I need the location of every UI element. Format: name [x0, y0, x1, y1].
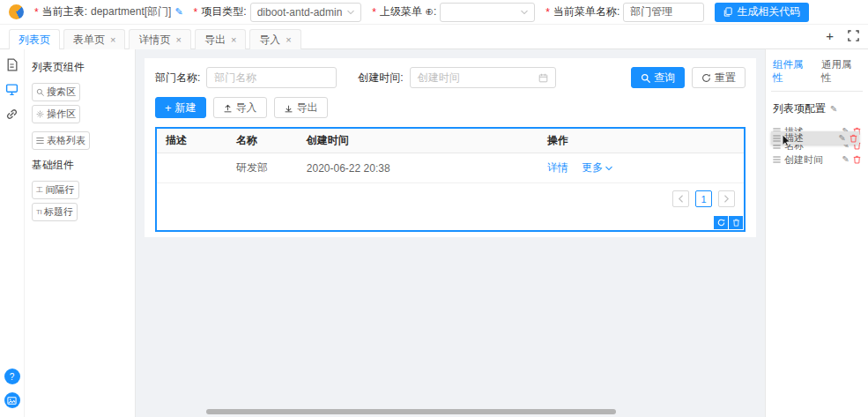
chip-label: 表格列表 [47, 134, 85, 147]
add-tab-button[interactable]: + [826, 29, 834, 42]
detail-link[interactable]: 详情 [547, 160, 568, 175]
tab-label: 列表页 [19, 33, 50, 48]
delete-component-button[interactable] [729, 216, 743, 229]
current-table-label: 当前主表: [42, 4, 87, 19]
column-header: 操作 [538, 129, 744, 153]
required-mark: * [545, 6, 550, 19]
question-icon: ? [10, 372, 15, 382]
link-icon[interactable] [5, 108, 19, 121]
menu-name-input[interactable] [623, 3, 704, 22]
create-time-picker[interactable]: 创建时间 [410, 67, 556, 88]
search-buttons: 查询 重置 [631, 67, 746, 88]
project-type-label: 项目类型: [201, 4, 246, 19]
page-number[interactable]: 1 [695, 190, 712, 207]
import-button[interactable]: 导入 [213, 97, 267, 118]
project-type-value: diboot-antd-admin [257, 6, 343, 19]
fullscreen-icon[interactable] [848, 30, 859, 41]
trash-icon[interactable] [853, 155, 861, 164]
image-button[interactable] [4, 392, 20, 408]
tab-list-page[interactable]: 列表页 [9, 29, 60, 49]
tab-common-props[interactable]: 通用属性 [821, 58, 861, 85]
search-icon [36, 88, 44, 96]
horizontal-scrollbar[interactable] [206, 409, 616, 414]
drag-ghost-item[interactable]: 描述 ✎ [771, 131, 859, 145]
download-icon [284, 103, 293, 113]
table-header-row: 描述 名称 创建时间 操作 [157, 129, 744, 153]
operation-area-component[interactable]: + 新建 导入 导出 [155, 97, 746, 118]
chip-row: 工 间隔行 TI 标题行 [32, 181, 128, 221]
dept-name-input[interactable] [206, 67, 337, 88]
chevron-left-icon [678, 195, 684, 203]
component-palette: 列表页组件 搜索区 操作区 表格列表 基础组件 [25, 49, 136, 417]
edit-icon[interactable]: ✎ [830, 105, 837, 114]
tab-component-props[interactable]: 组件属性 [773, 58, 812, 85]
tab-import[interactable]: 导入 × [249, 29, 300, 49]
chip-spacer-row[interactable]: 工 间隔行 [32, 181, 79, 199]
tab-label: 表单页 [73, 33, 105, 48]
edit-icon[interactable]: ✎ [174, 7, 182, 17]
list-item-config: 列表项配置 ✎ [771, 101, 863, 116]
list-item-list: 描述 ✎ 名称 ✎ 创建时间 [771, 124, 863, 167]
chip-table-list[interactable]: 表格列表 [32, 131, 90, 150]
create-time-label: 创建时间: [358, 71, 403, 86]
chip-search-area[interactable]: 搜索区 [32, 83, 80, 101]
column-header: 描述 [157, 129, 227, 153]
chip-label: 操作区 [47, 108, 76, 121]
file-icon[interactable] [5, 58, 19, 71]
search-area-component[interactable]: 部门名称: 创建时间: 创建时间 查询 重置 [155, 67, 746, 88]
help-button[interactable]: ? [4, 369, 20, 384]
edit-icon[interactable]: ✎ [842, 155, 849, 164]
component-mini-toolbar [714, 216, 743, 229]
properties-panel: 组件属性 通用属性 列表项配置 ✎ 描述 ✎ 名称 [765, 49, 868, 417]
cell-desc [157, 153, 227, 183]
chevron-right-icon [723, 195, 730, 203]
monitor-icon[interactable] [5, 83, 19, 96]
picture-icon [7, 396, 17, 406]
column-header: 名称 [227, 129, 298, 153]
pagination: 1 [157, 183, 744, 230]
close-icon[interactable]: × [110, 35, 115, 45]
project-type-field: * 项目类型: diboot-antd-admin [194, 3, 362, 22]
search-icon [641, 73, 650, 83]
parent-menu-label: 上级菜单 ⊕: [380, 4, 436, 19]
close-icon[interactable]: × [175, 35, 181, 45]
next-page-button[interactable] [718, 190, 735, 207]
prev-page-button[interactable] [672, 190, 689, 207]
create-time-placeholder: 创建时间 [418, 71, 460, 86]
reload-icon [701, 73, 711, 83]
more-link[interactable]: 更多 [582, 160, 612, 175]
topbar: * 当前主表: department[部门] ✎ * 项目类型: diboot-… [0, 0, 868, 25]
generate-code-button[interactable]: 生成相关代码 [715, 3, 809, 22]
dept-name-label: 部门名称: [155, 71, 200, 86]
close-icon[interactable]: × [286, 35, 291, 45]
tabbar-actions: + [826, 29, 859, 48]
query-button[interactable]: 查询 [631, 67, 685, 88]
palette-section-title: 列表页组件 [32, 60, 128, 75]
menu-name-field: * 当前菜单名称: [545, 3, 704, 22]
tab-detail-page[interactable]: 详情页 × [129, 29, 190, 49]
calendar-icon [538, 73, 548, 83]
icon-rail: ? [0, 49, 25, 417]
chip-title-row[interactable]: TI 标题行 [32, 203, 78, 221]
project-type-select[interactable]: diboot-antd-admin [250, 3, 362, 22]
new-button[interactable]: + 新建 [155, 97, 206, 118]
chip-label: 间隔行 [46, 183, 75, 197]
upload-icon [223, 103, 233, 113]
tab-form-page[interactable]: 表单页 × [63, 29, 125, 49]
table-component-selected[interactable]: 描述 名称 创建时间 操作 研发部 2020-06-22 20:38 [155, 127, 746, 232]
table-row: 研发部 2020-06-22 20:38 详情 更多 [157, 153, 744, 183]
reset-button[interactable]: 重置 [692, 67, 746, 88]
parent-menu-select[interactable] [440, 3, 535, 22]
chip-row: 搜索区 操作区 [32, 83, 128, 123]
chip-action-area[interactable]: 操作区 [32, 105, 80, 123]
export-button[interactable]: 导出 [274, 97, 328, 118]
refresh-component-button[interactable] [714, 216, 728, 229]
gear-icon [36, 110, 44, 118]
edit-icon: ✎ [839, 134, 846, 143]
tab-export[interactable]: 导出 × [195, 29, 246, 49]
chevron-down-icon [347, 10, 354, 15]
close-icon[interactable]: × [231, 35, 236, 45]
chip-row: 表格列表 [32, 131, 128, 150]
list-item-created[interactable]: 创建时间 ✎ [773, 153, 861, 167]
drag-handle-icon[interactable] [773, 156, 781, 163]
